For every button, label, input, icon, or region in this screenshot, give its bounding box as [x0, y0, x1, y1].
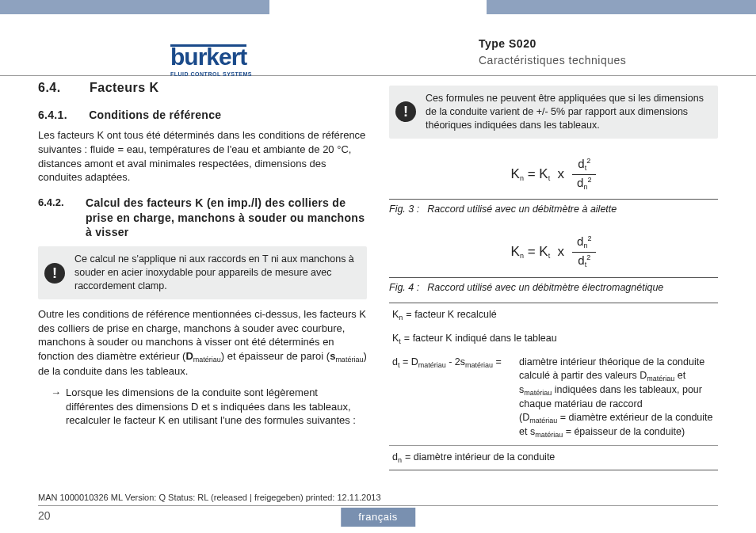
formula-2: Kn = Kt x dn2 dt2: [389, 224, 718, 277]
subsection-642-number: 6.4.2.: [38, 196, 86, 241]
doc-type: Type S020: [479, 36, 716, 51]
doc-section: Caractéristiques techniques: [479, 53, 716, 68]
section-number: 6.4.: [38, 79, 86, 97]
note-2-text: Ces formules ne peuvent être appliquées …: [426, 93, 704, 131]
def-kt: Kt = facteur K indiqué dans le tableau: [389, 327, 718, 351]
subsection-641-number: 6.4.1.: [38, 108, 86, 123]
figure-3-caption: Fig. 3 : Raccord utilisé avec un débitmè…: [389, 199, 718, 216]
footer-meta: MAN 1000010326 ML Version: Q Status: RL …: [38, 492, 718, 506]
def-dt-left: dt = Dmatériau - 2smatériau =: [392, 356, 511, 440]
formula-1: Kn = Kt x dt2 dn2: [389, 147, 718, 200]
page-header: burkert FLUID CONTROL SYSTEMS Type S020 …: [0, 21, 756, 76]
subsection-642-para: Outre les conditions de référence mentio…: [38, 307, 367, 378]
def-kn: Kn = facteur K recalculé: [389, 303, 718, 327]
arrow-paragraph: → Lorsque les dimensions de la conduite …: [38, 386, 367, 428]
figure-4-caption: Fig. 4 : Raccord utilisé avec un débitmè…: [389, 277, 718, 295]
warning-icon: !: [44, 263, 65, 284]
header-right: Type S020 Caractéristiques techniques: [479, 36, 716, 68]
warning-icon: !: [395, 101, 416, 122]
def-dt-right: diamètre intérieur théorique de la condu…: [519, 356, 715, 440]
arrow-text: Lorsque les dimensions de la conduite so…: [66, 386, 367, 428]
subsection-641-title: Conditions de référence: [89, 109, 221, 121]
page-number: 20: [38, 508, 51, 523]
right-column: ! Ces formules ne peuvent être appliquée…: [389, 79, 718, 501]
figure-3-label: Fig. 3 :: [389, 203, 419, 216]
brand-name: burkert: [170, 41, 246, 74]
subsection-641-para: Les facteurs K ont tous été déterminés d…: [38, 128, 367, 184]
def-dn: dn = diamètre intérieur de la conduite: [389, 445, 718, 470]
left-column: 6.4. Facteurs K 6.4.1. Conditions de réf…: [38, 79, 367, 501]
header-bar-left: [0, 0, 269, 14]
note-box-2: ! Ces formules ne peuvent être appliquée…: [389, 86, 718, 139]
header-bar-right: [487, 0, 756, 14]
subsection-641-heading: 6.4.1. Conditions de référence: [38, 108, 367, 123]
subsection-642-heading: 6.4.2. Calcul des facteurs K (en imp./l)…: [38, 196, 367, 241]
subsection-642-title: Calcul des facteurs K (en imp./l) des co…: [86, 196, 367, 241]
def-dt: dt = Dmatériau - 2smatériau = diamètre i…: [389, 351, 718, 444]
definitions-table: Kn = facteur K recalculé Kt = facteur K …: [389, 303, 718, 470]
figure-3-text: Raccord utilisé avec un débitmètre à ail…: [427, 203, 617, 216]
note-box-1: ! Ce calcul ne s'applique ni aux raccord…: [38, 246, 367, 299]
arrow-icon: →: [51, 386, 61, 428]
figure-4-label: Fig. 4 :: [389, 281, 419, 295]
section-heading: 6.4. Facteurs K: [38, 79, 367, 97]
brand-logo: burkert FLUID CONTROL SYSTEMS: [170, 41, 252, 78]
language-chip: français: [341, 508, 415, 527]
note-1-text: Ce calcul ne s'applique ni aux raccords …: [74, 253, 354, 291]
section-title: Facteurs K: [90, 81, 159, 94]
page-body: 6.4. Facteurs K 6.4.1. Conditions de réf…: [38, 79, 718, 501]
figure-4-text: Raccord utilisé avec un débitmètre élect…: [427, 281, 663, 295]
